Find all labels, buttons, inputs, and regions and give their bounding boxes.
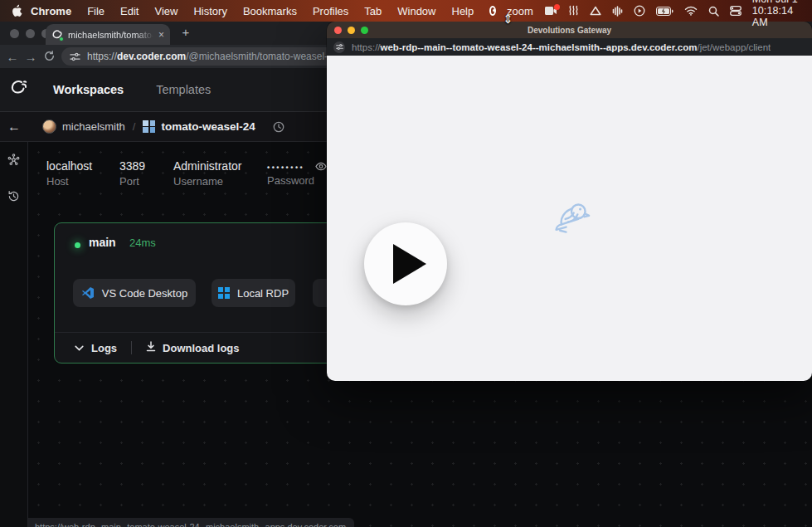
port-field: 3389 Port <box>119 159 145 188</box>
play-button[interactable] <box>364 222 447 305</box>
tab-title: michaelsmith/tomato-weasel- <box>68 30 153 40</box>
host-field: localhost Host <box>46 159 92 188</box>
apple-icon[interactable] <box>11 4 22 17</box>
new-tab-button[interactable]: + <box>177 25 194 39</box>
menu-item-profiles[interactable]: Profiles <box>313 5 348 17</box>
nav-templates[interactable]: Templates <box>156 83 211 96</box>
close-window-button[interactable] <box>334 27 342 34</box>
minimize-window-button[interactable] <box>26 29 35 38</box>
local-rdp-button[interactable]: Local RDP <box>212 279 295 307</box>
coder-logo-icon[interactable] <box>8 77 30 102</box>
macos-menu-bar: Chrome File Edit View History Bookmarks … <box>0 0 812 22</box>
password-field: •••••••• Password <box>267 159 314 187</box>
vscode-icon <box>81 286 95 300</box>
agent-latency: 24ms <box>129 237 156 249</box>
windows-icon <box>218 287 230 299</box>
waves-menu-icon[interactable] <box>568 5 579 17</box>
tab-close-icon[interactable]: × <box>158 30 164 40</box>
coder-favicon <box>51 29 63 41</box>
battery-icon[interactable] <box>656 7 673 16</box>
reload-button[interactable] <box>40 50 58 64</box>
menu-item-bookmarks[interactable]: Bookmarks <box>243 5 297 17</box>
back-button[interactable]: ← <box>3 50 22 64</box>
tab-status-dot <box>59 37 64 41</box>
windows-template-icon <box>143 120 155 133</box>
site-settings-icon[interactable] <box>70 51 80 62</box>
download-logs-button[interactable]: Download logs <box>163 342 239 354</box>
menu-item-history[interactable]: History <box>193 5 226 17</box>
camera-notification-icon[interactable] <box>544 6 557 16</box>
username-field: Administrator Username <box>173 159 241 188</box>
menu-item-edit[interactable]: Edit <box>120 5 139 17</box>
play-circle-menu-icon[interactable] <box>634 5 645 17</box>
browser-tab[interactable]: michaelsmith/tomato-weasel- × <box>46 24 170 45</box>
devolutions-bird-logo <box>552 201 591 239</box>
resources-icon[interactable] <box>7 154 20 169</box>
user-avatar[interactable] <box>42 120 56 134</box>
close-window-button[interactable] <box>10 29 19 38</box>
gateway-content <box>327 56 812 381</box>
menu-bar-clock[interactable]: Mon Jul 1 10:18:14 AM <box>752 0 802 28</box>
menu-item-chrome[interactable]: Chrome <box>31 5 71 17</box>
wifi-icon[interactable] <box>684 6 698 16</box>
back-arrow-button[interactable]: ← <box>7 120 21 134</box>
search-icon[interactable] <box>708 6 719 17</box>
schedule-clock-icon[interactable] <box>273 121 284 133</box>
gateway-address-bar[interactable]: https://web-rdp--main--tomato-weasel-24-… <box>327 38 812 56</box>
breadcrumb-username[interactable]: michaelsmith <box>62 120 125 133</box>
screen-record-icon[interactable] <box>489 6 496 16</box>
triangle-menu-icon[interactable] <box>590 6 601 16</box>
menu-item-help[interactable]: Help <box>452 5 474 17</box>
breadcrumb-workspace-name[interactable]: tomato-weasel-24 <box>161 120 255 133</box>
link-preview-status: https://web-rdp--main--tomato-weasel-24-… <box>28 518 354 527</box>
workspace-sidebar <box>0 142 28 527</box>
gateway-url: https://web-rdp--main--tomato-weasel-24-… <box>352 42 771 52</box>
menu-item-tab[interactable]: Tab <box>364 5 382 17</box>
mouse-cursor: ⇕ <box>503 12 513 27</box>
history-icon[interactable] <box>7 190 20 206</box>
nav-workspaces[interactable]: Workspaces <box>53 83 124 96</box>
control-center-icon[interactable] <box>730 6 741 16</box>
site-settings-icon[interactable] <box>333 41 345 53</box>
divider <box>131 341 132 354</box>
logs-toggle[interactable]: Logs <box>91 342 117 354</box>
play-icon <box>393 244 426 284</box>
agent-name: main <box>89 236 116 249</box>
chevron-down-icon[interactable] <box>75 345 84 351</box>
zoom-window-button[interactable] <box>361 27 368 34</box>
devolutions-gateway-window: Devolutions Gateway https://web-rdp--mai… <box>327 22 812 381</box>
download-icon[interactable] <box>146 340 156 355</box>
menu-item-view[interactable]: View <box>154 5 177 17</box>
menu-item-window[interactable]: Window <box>397 5 435 17</box>
vscode-desktop-button[interactable]: VS Code Desktop <box>73 279 196 307</box>
breadcrumb-separator: / <box>133 120 136 133</box>
forward-button[interactable]: → <box>22 50 40 64</box>
minimize-window-button[interactable] <box>348 27 355 34</box>
menu-item-file[interactable]: File <box>87 5 105 17</box>
notification-badge <box>554 4 560 10</box>
audio-bars-menu-icon[interactable] <box>612 6 623 17</box>
show-password-eye-icon[interactable] <box>315 159 327 174</box>
agent-status-dot <box>75 242 80 248</box>
